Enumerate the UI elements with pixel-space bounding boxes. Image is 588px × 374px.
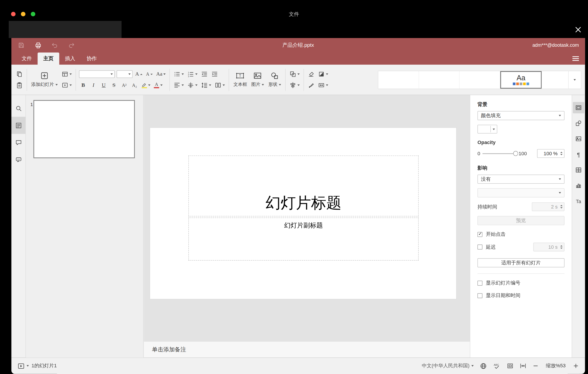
spinner-arrows[interactable] xyxy=(560,243,563,251)
arrange-shape-button[interactable] xyxy=(289,70,301,78)
undo-button[interactable] xyxy=(51,41,59,49)
font-size-select[interactable] xyxy=(117,70,133,78)
opacity-spinner[interactable]: 100 % xyxy=(537,149,564,158)
decrease-indent-button[interactable] xyxy=(200,70,209,78)
chart-settings-tab[interactable] xyxy=(573,180,584,191)
spellcheck-toggle-button[interactable]: ABC xyxy=(493,362,501,370)
font-color-button[interactable]: A xyxy=(153,81,163,89)
align-shape-button[interactable] xyxy=(289,81,301,89)
spinner-arrows[interactable] xyxy=(560,149,563,157)
insert-shape-button[interactable]: 形状 xyxy=(267,72,282,88)
color-picker-arrow[interactable] xyxy=(491,125,497,133)
clear-style-button[interactable] xyxy=(307,70,315,78)
table-settings-tab[interactable] xyxy=(573,165,584,176)
slide-layout-group xyxy=(61,70,73,89)
insert-image-button[interactable]: 图片 xyxy=(250,72,265,88)
show-date-time-checkbox[interactable] xyxy=(477,293,482,298)
theme-gallery: Aa xyxy=(378,70,581,89)
start-on-click-checkbox[interactable] xyxy=(477,232,482,237)
tab-home[interactable]: 主页 xyxy=(38,53,59,65)
theme-thumbnail-blank-3[interactable] xyxy=(460,71,500,88)
toolbar-separator xyxy=(169,69,170,91)
theme-thumbnail-blank-1[interactable] xyxy=(378,71,419,88)
subscript-button[interactable]: A₂ xyxy=(130,81,138,89)
shape-fill-button[interactable] xyxy=(317,70,329,78)
paste-button[interactable] xyxy=(15,81,23,89)
preview-button[interactable]: 预览 xyxy=(477,216,564,225)
highlight-color-button[interactable] xyxy=(140,81,151,89)
search-panel-button[interactable] xyxy=(11,99,25,117)
zoom-in-button[interactable] xyxy=(573,363,579,369)
print-button[interactable] xyxy=(34,41,42,49)
slide-size-button[interactable] xyxy=(317,81,329,89)
tab-file[interactable]: 文件 xyxy=(16,53,38,65)
close-editor-button[interactable] xyxy=(573,25,583,35)
background-color-picker[interactable] xyxy=(477,125,497,133)
subtitle-placeholder[interactable]: 幻灯片副标题 xyxy=(188,218,419,261)
chevron-down-icon xyxy=(298,73,300,75)
line-spacing-button[interactable] xyxy=(200,81,212,89)
italic-button[interactable]: I xyxy=(89,81,98,89)
zoom-out-button[interactable] xyxy=(533,363,539,369)
tab-insert[interactable]: 插入 xyxy=(59,53,81,65)
strikeout-button[interactable]: S xyxy=(110,81,118,89)
preview-slideshow-button[interactable] xyxy=(61,81,73,89)
apply-to-all-slides-button[interactable]: 适用于所有幻灯片 xyxy=(477,258,564,267)
spinner-arrows[interactable] xyxy=(560,203,563,211)
text-art-settings-tab[interactable]: Ta xyxy=(573,196,584,207)
fit-to-slide-button[interactable] xyxy=(507,362,514,369)
slide-thumbnail-1[interactable] xyxy=(33,100,135,158)
start-slideshow-statusbar-button[interactable] xyxy=(17,362,29,370)
opacity-slider[interactable] xyxy=(483,153,516,154)
save-button[interactable] xyxy=(17,41,25,49)
numbered-list-button[interactable]: 123 xyxy=(187,70,199,78)
slide[interactable]: 幻灯片标题 幻灯片副标题 xyxy=(150,128,457,299)
chat-panel-button[interactable] xyxy=(11,151,25,168)
opacity-slider-knob[interactable] xyxy=(513,151,518,156)
header-menu-button[interactable] xyxy=(571,55,581,62)
effect-select[interactable]: 没有 xyxy=(477,175,564,184)
comments-panel-button[interactable] xyxy=(11,134,25,151)
add-slide-button[interactable]: 添加幻灯片 xyxy=(30,72,59,88)
delay-spinner[interactable]: 10 s xyxy=(533,243,564,252)
title-placeholder[interactable]: 幻灯片标题 xyxy=(188,155,419,216)
change-layout-button[interactable] xyxy=(61,70,73,78)
theme-thumbnail-blank-2[interactable] xyxy=(419,71,460,88)
superscript-button[interactable]: A² xyxy=(120,81,128,89)
copy-button[interactable] xyxy=(15,70,23,78)
background-fill-select[interactable]: 颜色填充 xyxy=(477,111,564,120)
theme-gallery-expand-button[interactable] xyxy=(568,70,581,89)
increase-indent-button[interactable] xyxy=(211,70,219,78)
slide-settings-tab[interactable] xyxy=(573,102,584,113)
paragraph-settings-tab[interactable]: ¶ xyxy=(573,149,584,160)
slide-canvas[interactable]: 幻灯片标题 幻灯片副标题 xyxy=(144,95,470,341)
notes-area[interactable]: 单击添加备注 xyxy=(144,341,470,357)
horizontal-align-button[interactable] xyxy=(173,81,185,89)
chevron-down-icon xyxy=(160,84,163,86)
duration-spinner[interactable]: 2 s xyxy=(532,202,564,211)
theme-thumbnail-selected[interactable]: Aa xyxy=(500,71,542,88)
effect-type-select[interactable] xyxy=(477,188,564,198)
font-name-select[interactable] xyxy=(79,70,115,78)
insert-text-box-button[interactable]: T 文本框 xyxy=(232,72,248,88)
change-case-button[interactable]: Aa xyxy=(156,70,167,78)
bold-button[interactable]: B xyxy=(79,81,87,89)
redo-button[interactable] xyxy=(68,41,75,49)
show-slide-number-checkbox[interactable] xyxy=(477,281,482,286)
language-select[interactable]: 中文(中华人民共和国) xyxy=(422,362,474,369)
underline-button[interactable]: U xyxy=(99,81,108,89)
increase-font-button[interactable]: A xyxy=(135,70,143,78)
columns-button[interactable] xyxy=(214,81,226,89)
slides-panel-button[interactable] xyxy=(11,117,25,134)
delay-checkbox[interactable] xyxy=(477,244,482,249)
shape-label: 形状 xyxy=(268,81,277,88)
tab-collaboration[interactable]: 协作 xyxy=(81,53,103,65)
decrease-font-button[interactable]: A xyxy=(145,70,154,78)
vertical-align-button[interactable] xyxy=(187,81,199,89)
fit-to-width-button[interactable] xyxy=(520,362,526,369)
copy-style-button[interactable] xyxy=(307,81,315,89)
shape-settings-tab[interactable] xyxy=(573,117,584,129)
bullet-list-button[interactable] xyxy=(173,70,185,78)
spellcheck-language-button[interactable] xyxy=(480,362,487,370)
image-settings-tab[interactable] xyxy=(573,133,584,144)
